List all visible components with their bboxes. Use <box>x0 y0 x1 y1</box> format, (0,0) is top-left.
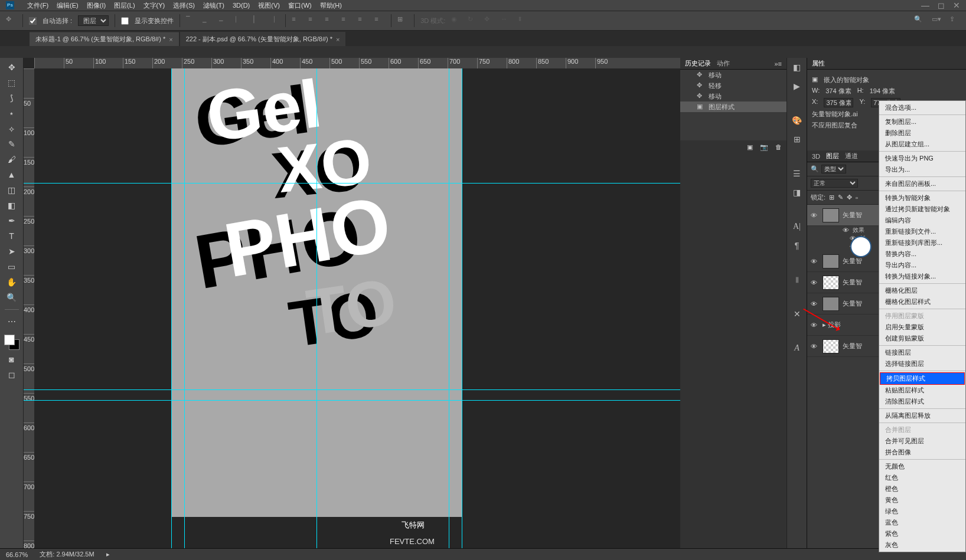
panel-icon-char[interactable]: A| <box>792 222 802 232</box>
crop-tool[interactable]: ⟡ <box>5 123 19 135</box>
distribute-icon[interactable]: ≡ <box>292 15 302 26</box>
context-menu-item[interactable]: 重新链接到文件... <box>879 226 965 237</box>
move-tool[interactable]: ✥ <box>5 61 19 73</box>
layer-thumbnail[interactable] <box>823 208 839 222</box>
lock-move-icon[interactable]: ✥ <box>847 194 852 201</box>
layer-thumbnail[interactable] <box>823 297 839 311</box>
screenmode-tool[interactable]: ◻ <box>5 369 19 381</box>
search-icon[interactable]: 🔍 <box>914 15 925 26</box>
filter-icon[interactable]: 🔍 <box>811 165 819 173</box>
status-chevron-icon[interactable]: ▸ <box>106 551 110 558</box>
context-menu-item[interactable]: 清除图层样式 <box>879 396 965 407</box>
color-swatches[interactable] <box>4 335 19 350</box>
workspace-icon[interactable]: ▭▾ <box>932 15 942 26</box>
x-input[interactable] <box>824 98 853 107</box>
context-menu-item[interactable]: 灰色 <box>879 539 965 551</box>
distribute-icon2[interactable]: ≡ <box>308 15 319 26</box>
layer-thumbnail[interactable] <box>823 276 839 290</box>
stamp-tool[interactable]: ▲ <box>5 169 19 181</box>
menu-edit[interactable]: 编辑(E) <box>57 1 79 10</box>
context-menu-item[interactable]: 紫色 <box>879 528 965 539</box>
filter-dropdown[interactable]: 类型 <box>821 165 846 173</box>
ruler-vertical[interactable]: 5010015020025030035040045050055060065070… <box>24 68 34 548</box>
context-menu-item[interactable]: 从图层建立组... <box>879 139 965 150</box>
context-menu-item[interactable]: 栅格化图层 <box>879 285 965 296</box>
context-menu-item[interactable]: 拷贝图层样式 <box>880 372 965 385</box>
type-tool[interactable]: T <box>5 230 19 242</box>
menu-image[interactable]: 图像(I) <box>87 1 106 10</box>
align-top-icon[interactable]: ⎺ <box>186 15 197 26</box>
auto-select-dropdown[interactable]: 图层 <box>78 15 109 26</box>
visibility-icon[interactable]: 👁 <box>811 322 819 329</box>
wand-tool[interactable]: ⋆ <box>5 107 19 119</box>
context-menu-item[interactable]: 导出内容... <box>879 260 965 271</box>
minimize-icon[interactable]: — <box>921 1 929 10</box>
context-menu-item[interactable]: 创建剪贴蒙版 <box>879 333 965 344</box>
context-menu-item[interactable]: 来自图层的画板... <box>879 178 965 189</box>
context-menu-item[interactable]: 快速导出为 PNG <box>879 153 965 164</box>
context-menu-item[interactable]: 转换为链接对象... <box>879 271 965 282</box>
context-menu-item[interactable]: 混合选项... <box>879 102 965 113</box>
distribute-icon4[interactable]: ≡ <box>341 15 352 26</box>
distribute-icon5[interactable]: ≡ <box>358 15 368 26</box>
panel-icon-styles[interactable]: ◨ <box>792 188 802 198</box>
menu-view[interactable]: 视图(V) <box>258 1 280 10</box>
show-transform-checkbox[interactable] <box>121 17 129 25</box>
context-menu-item[interactable]: 拼合图像 <box>879 447 965 458</box>
zoom-level[interactable]: 66.67% <box>6 551 28 558</box>
eraser-tool[interactable]: ◫ <box>5 184 19 196</box>
shape-tool[interactable]: ▭ <box>5 261 19 273</box>
hand-tool[interactable]: ✋ <box>5 276 19 288</box>
eyedropper-tool[interactable]: ✎ <box>5 138 19 150</box>
document-tab-1[interactable]: 未标题-1 @ 66.7% (矢量智能对象, RGB/8#) * × <box>30 32 179 46</box>
panel-icon-adjust[interactable]: ☰ <box>792 169 802 179</box>
context-menu-item[interactable]: 转换为智能对象 <box>879 192 965 204</box>
auto-select-checkbox[interactable] <box>29 17 37 25</box>
blend-mode-dropdown[interactable]: 正常 <box>811 179 858 188</box>
history-item[interactable]: ▣图层样式 <box>680 101 786 112</box>
close-icon[interactable]: ✕ <box>953 1 960 10</box>
context-menu-item[interactable]: 重新链接到库图形... <box>879 237 965 248</box>
panel-icon-color[interactable]: 🎨 <box>792 116 802 126</box>
context-menu-item[interactable]: 通过拷贝新建智能对象 <box>879 204 965 215</box>
history-item[interactable]: ✥轻移 <box>680 80 786 91</box>
visibility-icon[interactable]: 👁 <box>811 343 819 350</box>
menu-select[interactable]: 选择(S) <box>173 1 195 10</box>
gradient-tool[interactable]: ◧ <box>5 199 19 211</box>
tab-close-icon[interactable]: × <box>336 36 340 43</box>
context-menu-item[interactable]: 黄色 <box>879 494 965 506</box>
tab-layers[interactable]: 图层 <box>826 152 839 161</box>
fg-color[interactable] <box>4 335 15 345</box>
context-menu-item[interactable]: 红色 <box>879 472 965 483</box>
align-vmid-icon[interactable]: ⎯ <box>203 15 213 26</box>
context-menu-item[interactable]: 替换内容... <box>879 248 965 260</box>
tab-close-icon[interactable]: × <box>169 36 172 43</box>
menu-text[interactable]: 文字(Y) <box>143 1 165 10</box>
auto-align-icon[interactable]: ⊞ <box>397 15 408 26</box>
context-menu-item[interactable]: 链接图层 <box>879 347 965 358</box>
panel-icon-glyph[interactable]: A <box>792 343 802 354</box>
lock-brush-icon[interactable]: ✎ <box>838 194 843 201</box>
doc-size[interactable]: 文档: 2.94M/32.5M <box>40 550 94 559</box>
maximize-icon[interactable]: ◻ <box>938 1 945 10</box>
tab-properties[interactable]: 属性 <box>812 59 825 68</box>
panel-icon-para[interactable]: ¶ <box>792 241 802 251</box>
align-left-icon[interactable]: ⎸ <box>236 15 246 26</box>
visibility-icon[interactable]: 👁 <box>811 300 819 307</box>
tab-3d[interactable]: 3D <box>812 153 820 160</box>
visibility-icon[interactable]: 👁 <box>811 212 819 219</box>
distribute-icon6[interactable]: ≡ <box>374 15 385 26</box>
pen-tool[interactable]: ✒ <box>5 215 19 227</box>
lock-pixels-icon[interactable]: ⊞ <box>829 194 834 201</box>
panel-icon-1[interactable]: ◧ <box>792 63 802 73</box>
panel-icon-tools[interactable]: ✕ <box>792 309 802 320</box>
zoom-tool[interactable]: 🔍 <box>5 292 19 303</box>
menu-help[interactable]: 帮助(H) <box>320 1 342 10</box>
path-tool[interactable]: ➤ <box>5 245 19 257</box>
context-menu-item[interactable]: 启用矢量蒙版 <box>879 322 965 333</box>
context-menu-item[interactable]: 选择链接图层 <box>879 358 965 369</box>
menu-file[interactable]: 文件(F) <box>27 1 48 10</box>
visibility-icon[interactable]: 👁 <box>843 227 849 234</box>
context-menu-item[interactable]: 粘贴图层样式 <box>879 385 965 396</box>
panel-icon-swatches[interactable]: ⊞ <box>792 135 802 145</box>
